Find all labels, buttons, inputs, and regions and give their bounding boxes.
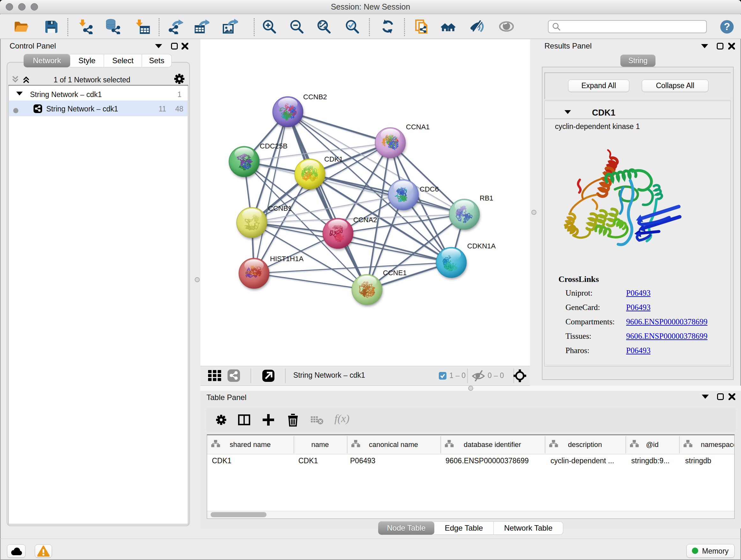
svg-text:CCNB2: CCNB2 — [303, 93, 327, 101]
svg-text:CDK1: CDK1 — [324, 155, 343, 163]
svg-text:?: ? — [724, 21, 730, 32]
svg-text:RB1: RB1 — [480, 194, 493, 202]
svg-text:CCNB1: CCNB1 — [268, 204, 292, 212]
svg-text:CCNA1: CCNA1 — [406, 123, 430, 131]
svg-text:CCNE1: CCNE1 — [383, 269, 407, 277]
svg-text:CDKN1A: CDKN1A — [467, 242, 496, 250]
svg-text:CDC6: CDC6 — [420, 185, 439, 193]
svg-text:CCNA2: CCNA2 — [353, 216, 377, 224]
svg-text:HIST1H1A: HIST1H1A — [270, 255, 304, 263]
svg-text:CDC25B: CDC25B — [260, 142, 287, 150]
